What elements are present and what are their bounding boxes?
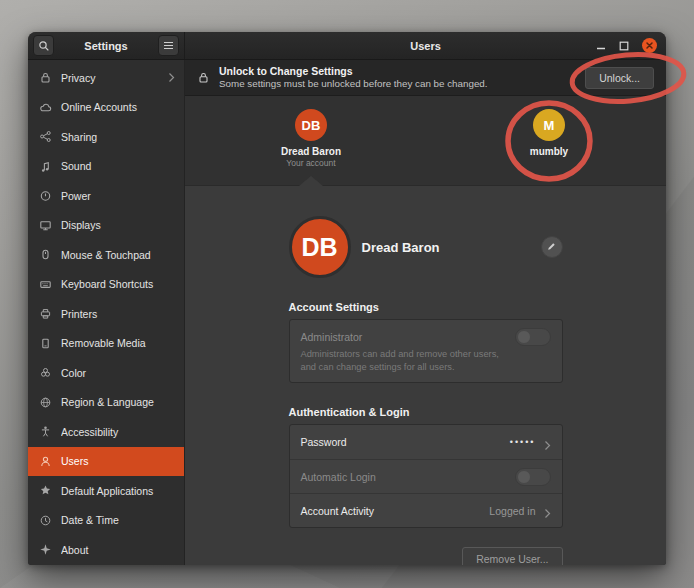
sidebar-item-label: Keyboard Shortcuts [61,278,175,290]
sidebar-item-keyboard-shortcuts[interactable]: Keyboard Shortcuts [28,270,184,300]
avatar-initials: M [544,118,555,133]
sidebar-item-label: Sound [61,160,175,172]
profile-avatar[interactable]: DB [289,216,351,278]
minimize-button[interactable] [596,41,606,51]
user-chip-dread-baron[interactable]: DB Dread Baron Your account [256,109,366,168]
automatic-login-toggle[interactable] [515,468,551,486]
settings-window: Settings Users [28,32,666,565]
user-name: Dread Baron [256,146,366,157]
cloud-icon [39,101,52,114]
lock-icon [197,71,210,84]
sidebar-item-label: Default Applications [61,485,175,497]
sparkle-icon [39,543,52,556]
titlebar: Settings Users [28,32,666,60]
chevron-right-icon [544,437,551,448]
profile-name: Dread Baron [362,240,440,255]
unlock-banner: Unlock to Change Settings Some settings … [185,60,666,96]
sidebar-item-label: Power [61,190,175,202]
sidebar-item-label: Removable Media [61,337,175,349]
share-icon [39,130,52,143]
account-activity-label: Account Activity [301,505,375,517]
avatar-initials: DB [301,233,337,262]
mouse-icon [39,248,52,261]
sidebar-item-accessibility[interactable]: Accessibility [28,417,184,447]
section-title-account-settings: Account Settings [289,301,563,313]
music-note-icon [39,160,52,173]
maximize-button[interactable] [619,41,629,51]
accessibility-icon [39,425,52,438]
banner-text: Unlock to Change Settings Some settings … [219,65,576,90]
sidebar-item-label: Date & Time [61,514,175,526]
sidebar-item-mouse-touchpad[interactable]: Mouse & Touchpad [28,240,184,270]
user-chip-mumbly[interactable]: M mumbly [494,109,604,157]
sidebar-item-label: Sharing [61,131,175,143]
administrator-label: Administrator [301,331,363,343]
sidebar-item-label: Color [61,367,175,379]
account-activity-row[interactable]: Account Activity Logged in [290,493,562,527]
sidebar-item-date-time[interactable]: Date & Time [28,506,184,536]
user-icon [39,455,52,468]
account-activity-value: Logged in [489,505,535,517]
remove-user-button[interactable]: Remove User... [462,547,562,565]
sidebar-item-printers[interactable]: Printers [28,299,184,329]
sidebar-item-privacy[interactable]: Privacy [28,63,184,93]
sidebar-item-label: Privacy [61,72,159,84]
sidebar-item-color[interactable]: Color [28,358,184,388]
printer-icon [39,307,52,320]
sidebar-item-sound[interactable]: Sound [28,152,184,182]
sidebar-item-label: About [61,544,175,556]
sidebar: Privacy Online Accounts Sharing Sound Po… [28,60,185,565]
avatar-initials: DB [302,118,321,133]
star-icon [39,484,52,497]
menu-button[interactable] [158,35,179,56]
sidebar-item-label: Users [61,455,175,467]
display-icon [39,219,52,232]
avatar: M [533,109,565,141]
administrator-toggle[interactable] [515,328,551,346]
unlock-button[interactable]: Unlock... [585,67,654,89]
administrator-description: Administrators can add and remove other … [301,348,516,373]
sidebar-item-about[interactable]: About [28,535,184,565]
panel-title: Users [185,40,666,52]
account-settings-card: Administrator Administrators can add and… [289,319,563,383]
search-button[interactable] [33,35,54,56]
user-switcher: DB Dread Baron Your account M mumbly [185,96,666,186]
hamburger-icon [163,40,174,51]
app-title: Settings [54,40,158,52]
automatic-login-row: Automatic Login [290,459,562,493]
sidebar-item-label: Online Accounts [61,101,175,113]
sidebar-item-region-language[interactable]: Region & Language [28,388,184,418]
sidebar-item-removable-media[interactable]: Removable Media [28,329,184,359]
color-icon [39,366,52,379]
power-icon [39,189,52,202]
chevron-right-icon [168,72,175,83]
globe-icon [39,396,52,409]
selected-user-notch [299,176,323,186]
sidebar-header: Settings [28,32,185,59]
close-button[interactable] [642,38,657,53]
user-subtitle: Your account [256,158,366,168]
sidebar-item-displays[interactable]: Displays [28,211,184,241]
section-title-authentication: Authentication & Login [289,406,563,418]
edit-name-button[interactable] [541,236,563,258]
search-icon [38,40,50,52]
password-label: Password [301,436,347,448]
sidebar-item-online-accounts[interactable]: Online Accounts [28,93,184,123]
automatic-login-label: Automatic Login [301,471,376,483]
user-name: mumbly [494,146,604,157]
authentication-card: Password ••••• Automatic Login Account A… [289,424,563,528]
sidebar-item-sharing[interactable]: Sharing [28,122,184,152]
window-controls [596,38,666,53]
sidebar-item-label: Displays [61,219,175,231]
sidebar-item-power[interactable]: Power [28,181,184,211]
sidebar-item-default-applications[interactable]: Default Applications [28,476,184,506]
chevron-right-icon [544,505,551,516]
avatar: DB [295,109,327,141]
sidebar-item-users[interactable]: Users [28,447,184,477]
banner-subtitle: Some settings must be unlocked before th… [219,78,576,90]
password-row[interactable]: Password ••••• [290,425,562,459]
removable-media-icon [39,337,52,350]
keyboard-icon [39,278,52,291]
sidebar-item-label: Printers [61,308,175,320]
profile-row: DB Dread Baron [289,216,563,278]
